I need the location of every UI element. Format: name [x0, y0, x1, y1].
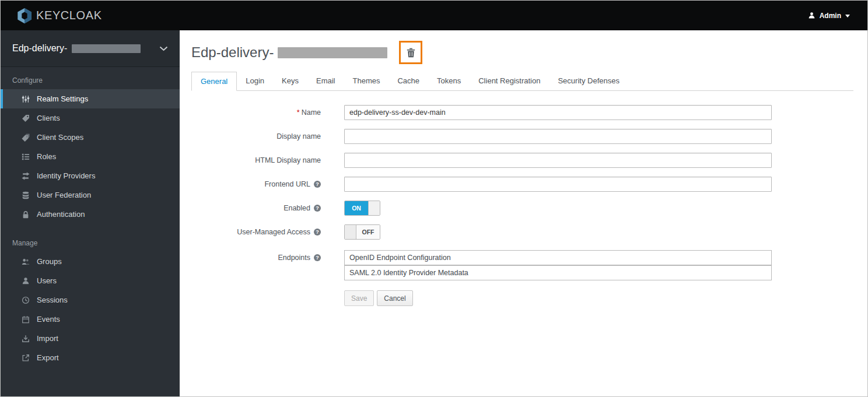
sidebar-item-groups[interactable]: Groups: [1, 252, 180, 271]
chevron-down-icon: [845, 15, 850, 17]
redacted-realm-name: [72, 44, 141, 53]
tab-email[interactable]: Email: [307, 72, 344, 90]
tab-bar: General Login Keys Email Themes Cache To…: [191, 72, 853, 91]
realm-selector[interactable]: Edp-delivery-: [1, 30, 180, 67]
sidebar-item-identity-providers[interactable]: Identity Providers: [1, 166, 180, 185]
realm-name: Edp-delivery-: [12, 43, 67, 54]
toggle-off-label: OFF: [356, 225, 380, 239]
sidebar-item-label: Events: [37, 315, 60, 324]
sidebar-item-label: Users: [37, 276, 57, 285]
help-icon[interactable]: ?: [314, 181, 321, 188]
sidebar-item-label: Client Scopes: [37, 133, 83, 142]
database-icon: [21, 191, 30, 199]
tab-cache[interactable]: Cache: [388, 72, 428, 90]
sidebar-item-export[interactable]: Export: [1, 348, 180, 367]
tags-icon: [21, 133, 30, 142]
form-row-endpoints: Endpoints? OpenID Endpoint Configuration…: [191, 250, 853, 280]
sidebar-item-label: Import: [37, 334, 58, 343]
help-icon[interactable]: ?: [314, 254, 321, 261]
help-icon[interactable]: ?: [314, 229, 321, 236]
keycloak-logo[interactable]: KEYCLOAK: [16, 7, 102, 24]
chevron-down-icon: [159, 46, 168, 51]
sidebar-item-clients[interactable]: Clients: [1, 108, 180, 128]
help-icon[interactable]: ?: [314, 205, 321, 212]
sliders-icon: [21, 95, 30, 103]
user-menu-label: Admin: [820, 12, 841, 20]
user-icon: [808, 12, 816, 19]
page-title: Edp-delivery-: [191, 44, 274, 61]
redacted-title-text: [278, 47, 387, 58]
user-menu[interactable]: Admin: [808, 12, 850, 20]
enabled-label: Enabled?: [191, 201, 321, 216]
toggle-handle: [368, 201, 380, 215]
groups-icon: [21, 258, 30, 266]
tab-themes[interactable]: Themes: [344, 72, 388, 90]
form-row-enabled: Enabled? ON: [191, 201, 853, 216]
sidebar-item-label: Clients: [37, 114, 60, 122]
tab-tokens[interactable]: Tokens: [428, 72, 470, 90]
save-button[interactable]: Save: [344, 290, 374, 306]
toggle-on-label: ON: [345, 201, 368, 215]
brand-wordmark: KEYCLOAK: [36, 9, 102, 22]
sidebar-item-client-scopes[interactable]: Client Scopes: [1, 128, 180, 147]
frontend-url-input[interactable]: [344, 177, 772, 192]
sidebar-item-label: Groups: [37, 257, 62, 266]
delete-realm-button[interactable]: [399, 41, 422, 64]
display-name-label: Display name: [191, 129, 321, 144]
required-marker: *: [297, 108, 300, 117]
sidebar: Edp-delivery- Configure Realm Settings C…: [1, 30, 180, 396]
name-label: *Name: [191, 105, 321, 120]
tab-client-registration[interactable]: Client Registration: [470, 72, 549, 90]
sidebar-section-manage: Manage: [1, 224, 180, 252]
sidebar-item-realm-settings[interactable]: Realm Settings: [1, 89, 180, 108]
keycloak-admin-console: KEYCLOAK Admin Edp-delivery- Configure R…: [0, 0, 868, 397]
form-row-user-managed-access: User-Managed Access? OFF: [191, 224, 853, 241]
sidebar-item-authentication[interactable]: Authentication: [1, 205, 180, 224]
lock-icon: [21, 210, 30, 219]
tab-general[interactable]: General: [191, 72, 237, 91]
form-actions: Save Cancel: [344, 290, 853, 306]
form-row-html-display-name: HTML Display name: [191, 153, 853, 168]
tag-icon: [21, 114, 30, 122]
sidebar-item-label: Authentication: [37, 210, 85, 219]
sidebar-item-events[interactable]: Events: [1, 310, 180, 329]
top-header: KEYCLOAK Admin: [1, 1, 867, 30]
user-icon: [21, 277, 30, 285]
saml-endpoint-link[interactable]: SAML 2.0 Identity Provider Metadata: [344, 265, 772, 280]
enabled-toggle[interactable]: ON: [344, 201, 380, 216]
form-row-name: *Name: [191, 105, 853, 120]
tab-keys[interactable]: Keys: [273, 72, 307, 90]
sidebar-item-users[interactable]: Users: [1, 271, 180, 290]
sidebar-item-label: User Federation: [37, 191, 91, 199]
import-icon: [21, 335, 30, 343]
toggle-handle: [345, 225, 356, 239]
tab-login[interactable]: Login: [237, 72, 273, 90]
sidebar-item-import[interactable]: Import: [1, 329, 180, 348]
sidebar-item-sessions[interactable]: Sessions: [1, 290, 180, 310]
keycloak-logo-icon: [16, 7, 33, 24]
list-icon: [21, 153, 30, 161]
user-managed-access-toggle[interactable]: OFF: [344, 224, 380, 240]
trash-icon: [407, 48, 415, 58]
frontend-url-label: Frontend URL?: [191, 177, 321, 192]
sidebar-item-user-federation[interactable]: User Federation: [1, 185, 180, 205]
form-row-frontend-url: Frontend URL?: [191, 177, 853, 192]
endpoints-label: Endpoints?: [191, 250, 321, 265]
form-row-display-name: Display name: [191, 129, 853, 144]
sidebar-item-label: Roles: [37, 152, 56, 161]
main-content: Edp-delivery- General Login Keys Email T…: [180, 30, 867, 396]
name-input[interactable]: [344, 105, 772, 120]
sidebar-item-roles[interactable]: Roles: [1, 147, 180, 166]
calendar-icon: [21, 315, 30, 324]
html-display-name-input[interactable]: [344, 153, 772, 168]
clock-icon: [21, 296, 30, 304]
html-display-name-label: HTML Display name: [191, 153, 321, 168]
cancel-button[interactable]: Cancel: [377, 290, 412, 306]
tab-security-defenses[interactable]: Security Defenses: [549, 72, 628, 90]
realm-settings-form: *Name Display name HTML Display name: [191, 105, 853, 306]
page-title-row: Edp-delivery-: [191, 41, 853, 64]
exchange-arrows-icon: [21, 172, 30, 180]
display-name-input[interactable]: [344, 129, 772, 144]
openid-endpoint-link[interactable]: OpenID Endpoint Configuration: [344, 250, 772, 265]
sidebar-item-label: Sessions: [37, 296, 68, 304]
